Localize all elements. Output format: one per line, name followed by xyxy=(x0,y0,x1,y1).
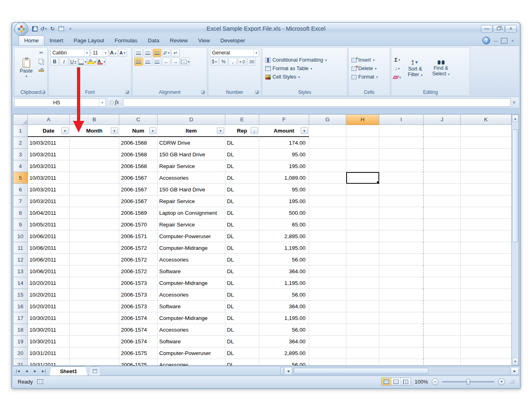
row-header-4[interactable]: 4 xyxy=(13,160,28,172)
formula-input[interactable] xyxy=(123,98,511,107)
cell-H8[interactable] xyxy=(346,207,379,219)
cell-I2[interactable] xyxy=(379,137,424,149)
cell-C7[interactable]: 2006-1567 xyxy=(119,195,158,207)
cell-D18[interactable]: Accessories xyxy=(158,324,225,336)
fill-color-button[interactable]: ▾ xyxy=(87,58,96,66)
cell-E9[interactable]: DL xyxy=(225,219,259,230)
cell-J14[interactable] xyxy=(424,277,461,289)
cell-F7[interactable]: 195.00 xyxy=(259,195,309,207)
cell-C12[interactable]: 2006-1572 xyxy=(119,254,158,266)
row-header-12[interactable]: 12 xyxy=(13,254,28,266)
filter-button-rep[interactable]: ↓ xyxy=(251,127,258,134)
scroll-down-button[interactable]: ▼ xyxy=(512,358,518,365)
cell-C13[interactable]: 2006-1572 xyxy=(119,266,158,277)
row-header-17[interactable]: 17 xyxy=(13,312,28,324)
cell-H16[interactable] xyxy=(346,301,379,312)
cell-F18[interactable]: 56.00 xyxy=(259,324,309,336)
cell-J13[interactable] xyxy=(424,266,461,277)
cell-D11[interactable]: Computer-Midrange xyxy=(158,242,225,254)
format-painter-button[interactable] xyxy=(37,66,46,75)
cell-D2[interactable]: CDRW Drive xyxy=(158,137,225,149)
find-select-button[interactable]: Find &Select ▾ xyxy=(428,48,453,89)
column-header-a[interactable]: A xyxy=(28,114,70,125)
tab-data[interactable]: Data xyxy=(143,36,165,46)
cell-C21[interactable]: 2006-1575 xyxy=(119,359,158,365)
cell-C19[interactable]: 2006-1574 xyxy=(119,336,158,347)
cell-D3[interactable]: 150 GB Hard Drive xyxy=(158,149,225,160)
cell-A15[interactable]: 10/20/2011 xyxy=(28,289,70,301)
column-header-h[interactable]: H xyxy=(346,114,379,125)
font-name-select[interactable]: Calibri ▾ xyxy=(50,49,90,57)
clipboard-dialog-launcher[interactable] xyxy=(42,90,46,94)
page-break-view-button[interactable] xyxy=(401,378,411,385)
cell-E13[interactable]: DL xyxy=(225,266,259,277)
cell-K9[interactable] xyxy=(461,219,511,230)
sheet-tab-sheet1[interactable]: Sheet1 xyxy=(49,366,88,376)
cell-I12[interactable] xyxy=(379,254,424,266)
cell-G19[interactable] xyxy=(309,336,346,347)
cell-D5[interactable]: Accessories xyxy=(158,172,225,184)
cell-H12[interactable] xyxy=(346,254,379,266)
cell-G18[interactable] xyxy=(309,324,346,336)
cell-K18[interactable] xyxy=(461,324,511,336)
cell-I9[interactable] xyxy=(379,219,424,230)
cell-J16[interactable] xyxy=(424,301,461,312)
row-header-16[interactable]: 16 xyxy=(13,301,28,312)
sort-filter-button[interactable]: AZ ▼ Sort &Filter ▾ xyxy=(402,48,428,89)
orientation-button[interactable]: ab▾ xyxy=(162,49,170,57)
row-header-15[interactable]: 15 xyxy=(13,289,28,301)
vertical-scrollbar[interactable]: ▲ ▼ xyxy=(511,114,519,365)
cell-F8[interactable]: 500.00 xyxy=(259,207,309,219)
zoom-level[interactable]: 100% xyxy=(415,379,428,385)
cell-G6[interactable] xyxy=(309,184,346,195)
qat-workbook-button[interactable] xyxy=(57,25,65,33)
font-dialog-launcher[interactable] xyxy=(125,90,129,94)
borders-button[interactable]: ▾ xyxy=(78,58,87,66)
cell-D10[interactable]: Computer-Poweruser xyxy=(158,230,225,242)
cell-H13[interactable] xyxy=(346,266,379,277)
comma-style-button[interactable]: , xyxy=(229,58,237,66)
redo-button[interactable]: ↻ xyxy=(48,25,56,33)
cell-F10[interactable]: 2,895.00 xyxy=(259,230,309,242)
cell-K8[interactable] xyxy=(461,207,511,219)
row-header-11[interactable]: 11 xyxy=(13,242,28,254)
cell-F4[interactable]: 195.00 xyxy=(259,160,309,172)
cell-F9[interactable]: 65.00 xyxy=(259,219,309,230)
cell-A9[interactable]: 10/05/2011 xyxy=(28,219,70,230)
row-header-1[interactable]: 1 xyxy=(13,125,28,137)
cell-D4[interactable]: Repair Service xyxy=(158,160,225,172)
merge-center-button[interactable]: ↔▾ xyxy=(181,58,190,66)
cell-B17[interactable] xyxy=(70,312,119,324)
cell-E12[interactable]: DL xyxy=(225,254,259,266)
cell-F14[interactable]: 1,195.00 xyxy=(259,277,309,289)
cell-K5[interactable] xyxy=(461,172,511,184)
cell-B13[interactable] xyxy=(70,266,119,277)
decrease-indent-button[interactable]: ← xyxy=(162,58,170,66)
cell-G13[interactable] xyxy=(309,266,346,277)
horizontal-split-handle[interactable] xyxy=(281,367,283,375)
cell-D14[interactable]: Computer-Midrange xyxy=(158,277,225,289)
align-middle-button[interactable] xyxy=(143,49,152,57)
resize-grip[interactable] xyxy=(509,379,515,384)
vertical-scroll-track[interactable] xyxy=(512,122,519,357)
cell-A18[interactable]: 10/30/2011 xyxy=(28,324,70,336)
cell-F12[interactable]: 56.00 xyxy=(259,254,309,266)
cell-G10[interactable] xyxy=(309,230,346,242)
zoom-in-button[interactable]: + xyxy=(498,378,505,385)
cell-J19[interactable] xyxy=(424,336,461,347)
cell-C2[interactable]: 2006-1568 xyxy=(119,137,158,149)
row-header-7[interactable]: 7 xyxy=(13,195,28,207)
font-color-button[interactable]: A▾ xyxy=(97,58,106,66)
cell-H10[interactable] xyxy=(346,230,379,242)
percent-style-button[interactable]: % xyxy=(219,58,228,66)
cell-E10[interactable]: DL xyxy=(225,230,259,242)
cell-F2[interactable]: 174.00 xyxy=(259,137,309,149)
cell-K6[interactable] xyxy=(461,184,511,195)
cell-H19[interactable] xyxy=(346,336,379,347)
cell-D13[interactable]: Software xyxy=(158,266,225,277)
row-header-9[interactable]: 9 xyxy=(13,219,28,230)
scroll-left-button[interactable]: ◄ xyxy=(284,367,292,375)
cell-H6[interactable] xyxy=(346,184,379,195)
cell-G16[interactable] xyxy=(309,301,346,312)
column-header-b[interactable]: B xyxy=(70,114,119,125)
